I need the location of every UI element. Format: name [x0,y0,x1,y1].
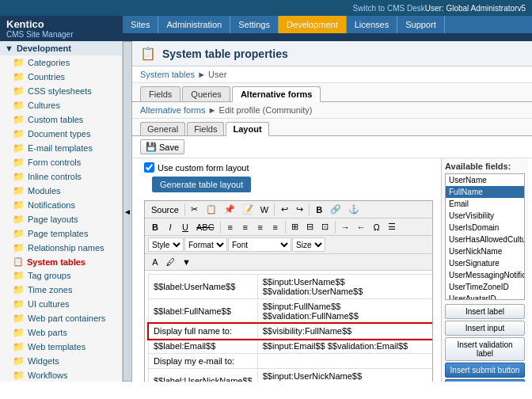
sidebar-item-page-layouts[interactable]: 📁Page layouts [0,212,122,226]
custom-layout-checkbox[interactable] [144,162,154,173]
indent-btn[interactable]: → [338,221,353,234]
source-button[interactable]: Source [148,203,182,216]
sidebar-item-email-templates[interactable]: 📁E-mail templates [0,141,122,155]
field-item-email[interactable]: Email [446,198,524,210]
more-btn[interactable]: ▼ [179,256,194,268]
nav-support[interactable]: Support [397,16,445,33]
field-item-useravatarid[interactable]: UserAvatarID [446,293,524,300]
outdent-btn[interactable]: ← [354,221,369,234]
nav-settings[interactable]: Settings [230,16,279,33]
align-center-btn[interactable]: ≡ [238,221,253,234]
font-select[interactable]: Font [228,238,291,252]
cut-button[interactable]: ✂ [188,203,202,216]
sidebar-item-cultures[interactable]: 📁Cultures [0,98,122,112]
expand-icon: ▼ [5,44,13,53]
folder-icon: 📁 [13,327,25,338]
sidebar-item-workflows[interactable]: 📁Workflows [0,368,122,382]
sidebar-item-tag-groups[interactable]: 📁Tag groups [0,268,122,283]
switch-cms-desk-link[interactable]: Switch to CMS Desk [353,4,425,13]
subtab-general[interactable]: General [140,122,185,135]
field-item-username[interactable]: UserName [446,174,524,186]
nav-sites[interactable]: Sites [123,16,158,33]
field-item-usersignature[interactable]: UserSignature [446,257,524,269]
align-left-btn[interactable]: ≡ [223,221,238,234]
tab-fields[interactable]: Fields [140,86,180,101]
breadcrumb-root-link[interactable]: System tables [140,70,195,79]
field-item-uservisibility[interactable]: UserVisibility [446,210,524,222]
sidebar-item-countries[interactable]: 📁Countries [0,70,122,84]
save-button[interactable]: 💾 Save [140,139,184,154]
sidebar-item-relationship-names[interactable]: 📁Relationship names [0,241,122,255]
table-row-btn[interactable]: ⊟ [303,220,317,234]
sidebar-item-page-templates[interactable]: 📁Page templates [0,226,122,241]
editor-content-area[interactable]: $$label:UserName$$ $$input:UserName$$$$v… [145,271,432,382]
sidebar-item-ui-cultures[interactable]: 📁UI cultures [0,297,122,311]
custom-layout-label[interactable]: Use custom form layout [144,162,433,173]
sidebar-item-form-controls[interactable]: 📁Form controls [0,155,122,169]
paste-button[interactable]: 📌 [221,203,238,216]
field-item-usertimezone[interactable]: UserTimeZoneID [446,281,524,293]
field-list[interactable]: UserName FullName Email UserVisibility U… [445,173,525,300]
field-item-fullname[interactable]: FullName [446,186,524,198]
sidebar-item-notifications[interactable]: 📁Notifications [0,198,122,212]
folder-icon: 📁 [13,128,25,139]
paste-word-button[interactable]: W [257,203,272,216]
field-item-userisdomain[interactable]: UserIsDomain [446,222,524,234]
size-select[interactable]: Size [292,238,325,252]
bold-button2[interactable]: B [312,203,326,216]
redo-button[interactable]: ↪ [292,203,306,216]
italic-btn[interactable]: I [163,221,177,234]
insert-label-button[interactable]: Insert label [445,304,525,319]
bold-btn[interactable]: B [148,221,162,234]
tab-queries[interactable]: Queries [182,86,230,101]
undo-button[interactable]: ↩ [277,203,291,216]
sidebar-item-modules[interactable]: 📁Modules [0,184,122,198]
nav-administration[interactable]: Administration [158,16,230,33]
sidebar-item-css[interactable]: 📁CSS stylesheets [0,84,122,98]
paste-text-button[interactable]: 📝 [239,203,256,216]
insert-input-button[interactable]: Insert input [445,321,525,336]
collapse-sidebar-button[interactable]: ◄ [123,41,132,382]
sidebar-item-system-tables[interactable]: 📋System tables [0,255,122,268]
insert-icon-btn[interactable]: ☰ [385,220,399,234]
sidebar-item-webpart-containers[interactable]: 📁Web part containers [0,311,122,325]
field-item-usernickname[interactable]: UserNickName [446,245,524,257]
sub-breadcrumb-root-link[interactable]: Alternative forms [140,105,206,115]
justify-btn[interactable]: ≡ [268,221,283,234]
sidebar-item-web-templates[interactable]: 📁Web templates [0,340,122,354]
special-char-btn[interactable]: Ω [370,221,384,234]
strikethrough-btn[interactable]: ABC [193,221,218,234]
insert-validation-button[interactable]: Insert validation label [445,337,525,361]
field-item-usermessaging[interactable]: UserMessagingNotificat... [446,269,524,281]
field-item-userhasallowedculture[interactable]: UserHasAllowedCulture [446,234,524,245]
format-select[interactable]: Format [184,238,227,252]
input-cell [257,354,432,369]
underline-btn[interactable]: U [178,221,192,234]
nav-development[interactable]: Development [279,16,347,33]
nav-licenses[interactable]: Licenses [347,16,397,33]
tab-alternative-forms[interactable]: Alternative forms [232,86,321,102]
table-insert-btn[interactable]: ⊞ [288,220,302,234]
text-color-btn[interactable]: A [148,256,162,268]
subtab-fields[interactable]: Fields [187,122,224,135]
sidebar-item-categories[interactable]: 📁Categories [0,55,122,70]
sidebar-item-inline-controls[interactable]: 📁Inline controls [0,169,122,184]
copy-button[interactable]: 📋 [203,203,220,216]
sidebar-item-web-parts[interactable]: 📁Web parts [0,325,122,340]
generate-table-layout-button[interactable]: Generate table layout [152,177,251,192]
link-button[interactable]: 🔗 [327,203,344,216]
sidebar-item-widgets[interactable]: 📁Widgets [0,354,122,368]
subtab-layout[interactable]: Layout [226,122,268,136]
sidebar-item-time-zones[interactable]: 📁Time zones [0,283,122,297]
sidebar-item-document-types[interactable]: 📁Document types [0,127,122,141]
insert-submit-button[interactable]: Insert submit button [445,363,525,378]
anchor-button[interactable]: ⚓ [345,203,363,216]
bg-color-btn[interactable]: 🖊 [163,256,178,268]
layout-toolbar: 💾 Save [132,136,532,158]
align-right-btn[interactable]: ≡ [253,221,268,234]
version-label: v5 [517,4,526,13]
insert-visibility-button[interactable]: Insert visibility control [445,379,525,382]
table-col-btn[interactable]: ⊡ [318,220,332,234]
style-select[interactable]: Style [148,238,184,252]
sidebar-item-custom-tables[interactable]: 📁Custom tables [0,112,122,127]
